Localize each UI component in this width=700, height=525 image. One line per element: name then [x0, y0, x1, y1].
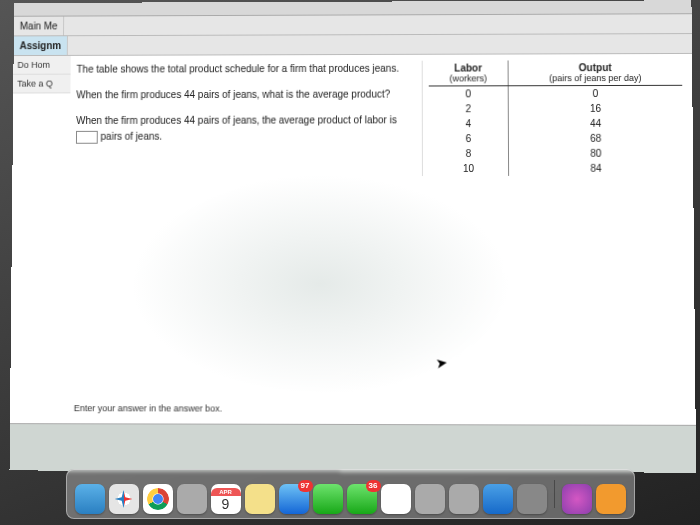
sysprefs-icon[interactable]: [517, 484, 547, 514]
col-labor-header: Labor (workers): [429, 60, 508, 86]
mail-icon[interactable]: 97: [279, 484, 309, 514]
sidebar: Do Hom Take a Q: [13, 56, 71, 94]
sidebar-take-quiz[interactable]: Take a Q: [13, 75, 70, 94]
table-row: 444: [429, 116, 683, 131]
cursor-icon: ➤: [434, 354, 448, 372]
cell-output: 44: [508, 116, 682, 131]
cell-labor: 8: [429, 146, 509, 161]
fill-before: When the firm produces 44 pairs of jeans…: [76, 114, 397, 126]
question-intro: The table shows the total product schedu…: [76, 61, 407, 78]
numbers-icon[interactable]: [449, 484, 479, 514]
question-fill: When the firm produces 44 pairs of jeans…: [76, 112, 408, 144]
facetime-icon[interactable]: [313, 484, 343, 514]
pages-icon[interactable]: [415, 484, 445, 514]
calendar-icon[interactable]: APR 9: [211, 484, 241, 514]
screen: Main Me Assignm Do Hom Take a Q The tabl…: [10, 0, 697, 472]
dock-area: APR 9 97 36: [30, 469, 670, 519]
messages-badge: 36: [366, 480, 381, 492]
messages-icon[interactable]: 36: [347, 484, 377, 514]
cell-labor: 2: [429, 101, 508, 116]
itunes-icon[interactable]: [562, 484, 592, 514]
col-output-title: Output: [579, 62, 612, 73]
table-row: 00: [429, 85, 683, 101]
dock: APR 9 97 36: [66, 469, 635, 519]
col-labor-title: Labor: [454, 63, 482, 74]
mail-badge: 97: [298, 480, 313, 492]
cell-output: 16: [508, 101, 682, 116]
answer-instruction: Enter your answer in the answer box.: [74, 403, 222, 413]
answer-input[interactable]: [76, 131, 98, 144]
table-body: 00 216 444 668 880 1084: [429, 85, 683, 176]
calendar-day: 9: [222, 496, 230, 511]
safari-icon[interactable]: [109, 484, 139, 514]
notes-icon[interactable]: [245, 484, 275, 514]
cell-labor: 4: [429, 116, 508, 131]
dock-separator: [554, 480, 555, 508]
ibooks-icon[interactable]: [596, 484, 626, 514]
col-output-sub: (pairs of jeans per day): [513, 73, 679, 83]
product-schedule-table: Labor (workers) Output (pairs of jeans p…: [429, 60, 683, 176]
nav-tabs: Main Me: [14, 14, 692, 36]
nav-main[interactable]: Main Me: [14, 17, 65, 36]
col-labor-sub: (workers): [433, 73, 504, 83]
photos-icon[interactable]: [381, 484, 411, 514]
cell-labor: 0: [429, 86, 508, 102]
cell-output: 80: [508, 146, 683, 161]
cell-output: 0: [508, 85, 682, 101]
chrome-icon[interactable]: [143, 484, 173, 514]
table-row: 216: [429, 101, 683, 117]
appstore-icon[interactable]: [483, 484, 513, 514]
question-panel: The table shows the total product schedu…: [76, 61, 422, 155]
table-row: 668: [429, 131, 683, 146]
cell-output: 68: [508, 131, 683, 146]
content-area: Do Hom Take a Q The table shows the tota…: [10, 54, 696, 426]
data-table-wrap: Labor (workers) Output (pairs of jeans p…: [422, 60, 683, 176]
table-row: 880: [429, 146, 683, 161]
cell-labor: 6: [429, 131, 509, 146]
screen-glare: [130, 174, 511, 395]
nav-tabs-2: Assignm: [14, 34, 692, 56]
fill-after: pairs of jeans.: [100, 131, 162, 142]
col-output-header: Output (pairs of jeans per day): [508, 60, 682, 86]
launchpad-icon[interactable]: [177, 484, 207, 514]
table-row: 1084: [429, 161, 683, 176]
sidebar-do-homework[interactable]: Do Hom: [13, 56, 70, 75]
question-prompt: When the firm produces 44 pairs of jeans…: [76, 87, 408, 104]
nav-assignments[interactable]: Assignm: [14, 36, 69, 55]
calendar-month: APR: [211, 488, 241, 496]
finder-icon[interactable]: [75, 484, 105, 514]
cell-output: 84: [508, 161, 683, 176]
cell-labor: 10: [429, 161, 509, 176]
